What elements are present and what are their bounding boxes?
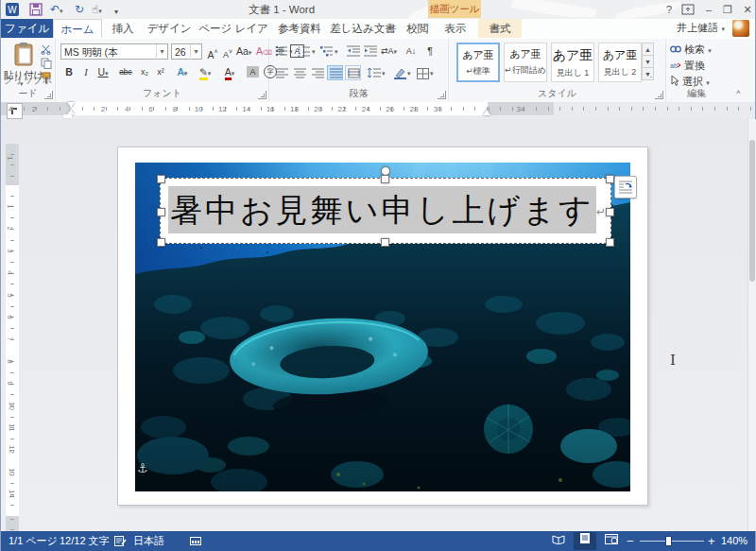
subscript-button[interactable]: x₂: [137, 65, 152, 79]
styles-dialog-launcher[interactable]: [655, 91, 663, 99]
left-indent-marker[interactable]: [63, 114, 72, 118]
undo-icon[interactable]: ↶▾: [50, 2, 63, 19]
customize-qat-icon[interactable]: ▾: [114, 5, 118, 19]
account-area[interactable]: 井上健語 ▾: [677, 20, 749, 37]
touch-mode-icon[interactable]: ☝▾: [92, 2, 102, 19]
zoom-slider-track[interactable]: [640, 541, 704, 542]
line-spacing-icon[interactable]: [368, 68, 381, 78]
clipboard-dialog-launcher[interactable]: [44, 91, 53, 99]
justify-button[interactable]: [327, 65, 343, 80]
chevron-down-icon[interactable]: ▾: [335, 48, 338, 56]
chevron-down-icon[interactable]: ▾: [430, 70, 434, 77]
tab-view[interactable]: 表示: [437, 19, 474, 38]
strikethrough-button[interactable]: abc: [118, 65, 133, 79]
font-name-combo[interactable]: ▾ MS 明朝 (本: [60, 43, 168, 60]
font-color-button[interactable]: A▾: [222, 65, 237, 79]
collapse-ribbon-icon[interactable]: ˄: [736, 88, 741, 96]
tab-references[interactable]: 参考資料: [272, 19, 327, 38]
zoom-level[interactable]: 140%: [721, 531, 747, 551]
ribbon-display-options-icon[interactable]: [681, 4, 695, 15]
chevron-down-icon[interactable]: ▾: [407, 70, 411, 77]
resize-handle-n[interactable]: [381, 175, 389, 183]
document-heading[interactable]: 暑中お見舞い申し上げます: [168, 186, 596, 233]
sort-button[interactable]: A↓: [404, 44, 419, 59]
web-layout-button[interactable]: [600, 532, 623, 550]
text-effects-button[interactable]: A▾: [175, 65, 190, 79]
align-center-icon[interactable]: [294, 68, 306, 78]
print-layout-button[interactable]: [574, 532, 596, 550]
tab-format[interactable]: 書式: [478, 19, 522, 38]
resize-handle-w[interactable]: [157, 208, 165, 216]
close-button[interactable]: ✕: [739, 2, 755, 17]
zoom-slider-thumb[interactable]: [665, 536, 672, 546]
chevron-down-icon[interactable]: ▾: [190, 44, 201, 60]
cut-icon[interactable]: [41, 44, 52, 55]
paragraph-dialog-launcher[interactable]: [438, 91, 446, 99]
horizontal-ruler[interactable]: 24681012141618202224262830 4234: [1, 102, 554, 115]
char-count[interactable]: 12/12 文字: [60, 531, 110, 551]
proofing-icon[interactable]: [114, 536, 127, 546]
resize-handle-ne[interactable]: [606, 175, 614, 183]
tab-mailings[interactable]: 差し込み文書: [327, 19, 399, 38]
zoom-out-button[interactable]: −: [627, 531, 634, 551]
zoom-in-button[interactable]: +: [708, 531, 715, 551]
bullets-icon[interactable]: [275, 45, 288, 57]
paste-icon[interactable]: [12, 43, 35, 67]
show-marks-button[interactable]: ¶: [422, 44, 438, 59]
tab-design[interactable]: デザイン: [144, 19, 195, 38]
increase-indent-icon[interactable]: [364, 45, 377, 57]
chevron-down-icon[interactable]: ▾: [382, 70, 386, 77]
styles-scroll-up[interactable]: ▲: [642, 43, 654, 56]
underline-button[interactable]: U▾: [95, 65, 111, 79]
minimize-button[interactable]: –: [700, 2, 717, 17]
redo-icon[interactable]: ↻: [75, 2, 84, 17]
style-normal[interactable]: あア亜 ↵標準: [456, 43, 500, 82]
tab-review[interactable]: 校閲: [399, 19, 437, 38]
right-indent-marker[interactable]: [483, 110, 490, 115]
font-dialog-launcher[interactable]: [258, 91, 266, 99]
chevron-down-icon[interactable]: ▾: [156, 44, 167, 60]
resize-handle-sw[interactable]: [157, 238, 165, 247]
font-size-combo[interactable]: ▾ 26: [171, 43, 202, 60]
borders-icon[interactable]: [417, 68, 429, 79]
find-button[interactable]: 検索 ▾: [670, 43, 712, 57]
superscript-button[interactable]: x²: [153, 65, 168, 79]
maximize-button[interactable]: ❐: [719, 2, 736, 17]
change-case-button[interactable]: Aa▾: [236, 44, 251, 59]
chevron-down-icon[interactable]: ▾: [289, 48, 293, 56]
first-line-indent-marker[interactable]: [67, 102, 75, 108]
avatar[interactable]: [732, 20, 749, 37]
tab-home[interactable]: ホーム: [53, 19, 102, 38]
replace-button[interactable]: ab 置換: [670, 59, 705, 73]
highlight-button[interactable]: ✎▾: [198, 65, 213, 79]
italic-button[interactable]: I: [78, 65, 94, 79]
help-button[interactable]: ?: [661, 2, 678, 17]
vertical-scrollbar[interactable]: [747, 119, 756, 531]
copy-icon[interactable]: [41, 58, 52, 69]
text-box[interactable]: 暑中お見舞い申し上げます↵: [160, 178, 611, 244]
styles-more[interactable]: ▼̱: [642, 67, 654, 80]
resize-handle-s[interactable]: [381, 238, 389, 247]
save-icon[interactable]: [29, 3, 43, 16]
tab-insert[interactable]: 挿入: [102, 19, 144, 38]
macro-record-icon[interactable]: [190, 537, 201, 545]
scrollbar-thumb[interactable]: [749, 140, 755, 282]
shading-icon[interactable]: [394, 68, 406, 79]
style-heading2[interactable]: あア亜 見出し 2: [598, 43, 642, 82]
resize-handle-nw[interactable]: [157, 175, 165, 183]
style-no-spacing[interactable]: あア亜 ↵行間詰め: [504, 43, 547, 82]
distribute-button[interactable]: [345, 65, 361, 80]
style-heading1[interactable]: あア亜 見出し 1: [551, 43, 594, 82]
grow-font-button[interactable]: A˄: [205, 44, 220, 59]
decrease-indent-icon[interactable]: [347, 45, 360, 57]
chevron-down-icon[interactable]: ▾: [312, 48, 316, 56]
read-mode-button[interactable]: [547, 532, 570, 550]
bold-button[interactable]: B: [61, 65, 77, 79]
character-shading-button[interactable]: A: [247, 66, 259, 77]
numbering-icon[interactable]: 12: [298, 45, 311, 57]
align-left-icon[interactable]: [276, 68, 288, 78]
asian-layout-button[interactable]: ⇄A▾: [381, 44, 396, 59]
layout-options-button[interactable]: [614, 176, 637, 198]
resize-handle-e[interactable]: [606, 208, 614, 216]
tab-file[interactable]: ファイル: [1, 19, 53, 38]
